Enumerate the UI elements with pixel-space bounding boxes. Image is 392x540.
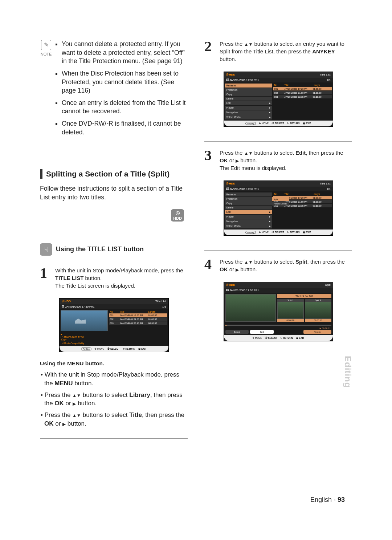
- section-heading: Splitting a Section of a Title (Split): [40, 169, 188, 179]
- step-number: 1: [40, 267, 51, 289]
- note-item: Once DVD-RW/-R is finalised, it cannot b…: [62, 119, 188, 137]
- hdd-chip: ⦾ HDD: [171, 209, 184, 222]
- osd-edit-menu: ⦾ HDD Title List 🖼 JAN/01/2006 17:30 PR1…: [224, 180, 333, 236]
- note-label: NOTE: [40, 52, 52, 57]
- note-block: ✎ NOTE You cannot delete a protected ent…: [40, 40, 188, 140]
- osd-title-list: ⦾ HDD Title List 🖼 JAN/01/2006 17:30 PR1…: [59, 298, 169, 353]
- step-number: 2: [204, 40, 215, 63]
- subsection-title: Using the TITLE LIST button: [56, 245, 144, 253]
- step-number: 4: [204, 258, 215, 273]
- note-icon: ✎ NOTE: [40, 40, 52, 140]
- note-item: When the Disc Protection has been set to…: [62, 69, 188, 95]
- step-1: 1 With the unit in Stop mode/Playback mo…: [40, 267, 188, 289]
- osd-anykey-menu: ⦾ HDD Title List 🖼 JAN/01/2006 17:30 PR1…: [224, 72, 333, 127]
- section-title: Splitting a Section of a Title (Split): [46, 170, 170, 178]
- step-4: 4 Press the ▲▼ buttons to select Split, …: [204, 258, 352, 273]
- osd-split-screen: ⦾ HDD Split 🖼 JAN/01/2006 17:30 PR1 Titl…: [224, 282, 333, 341]
- note-list: You cannot delete a protected entry. If …: [57, 40, 188, 140]
- using-menu-block: Using the MENU button. • With the unit i…: [40, 360, 188, 431]
- osd-split-preview: [225, 294, 276, 322]
- using-menu-heading: Using the MENU button.: [40, 360, 188, 368]
- step-number: 3: [204, 149, 215, 172]
- step-3: 3 Press the ▲▼ buttons to select Edit, t…: [204, 149, 352, 172]
- step-2: 2 Press the ▲▼ buttons to select an entr…: [204, 40, 352, 63]
- subsection-heading: ☟ Using the TITLE LIST button: [40, 243, 188, 256]
- section-desc: Follow these instructions to split a sec…: [40, 184, 188, 202]
- osd-thumbnail: [61, 310, 108, 331]
- note-item: Once an entry is deleted from the Title …: [62, 99, 188, 116]
- note-item: You cannot delete a protected entry. If …: [62, 40, 188, 66]
- hand-icon: ☟: [40, 243, 52, 256]
- side-tab: Editing: [343, 356, 353, 388]
- page-footer: English - 93: [310, 496, 345, 504]
